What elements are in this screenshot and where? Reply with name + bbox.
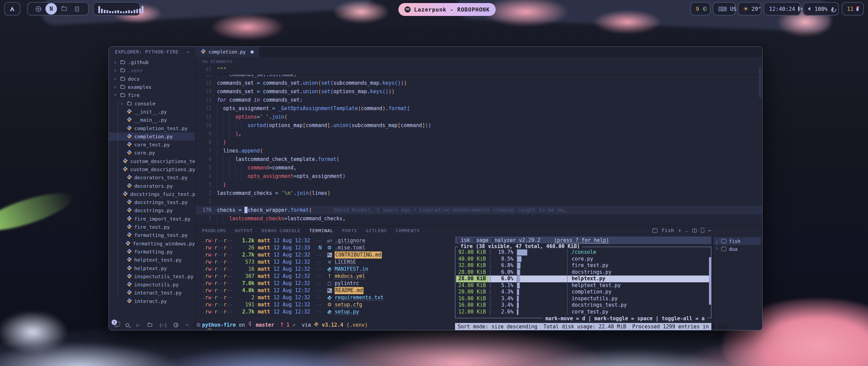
- file-name-link[interactable]: pylintrc: [335, 280, 359, 287]
- weather-widget[interactable]: ☀ 29°: [738, 2, 762, 16]
- sidebar-item--venv[interactable]: ›.venv: [109, 66, 195, 75]
- tab-completion-py[interactable]: completion.py: [195, 47, 259, 57]
- dua-row-core-py[interactable]: 40.00 KiB|8.5%core.py: [456, 256, 710, 263]
- sidebar-item-core-test-py[interactable]: core_test.py: [109, 141, 195, 149]
- code-line[interactable]: 12opts_assignment = _GetOptsAssignmentTe…: [195, 104, 762, 113]
- terminal-session-dua[interactable]: └dua: [714, 245, 761, 253]
- sidebar-item-decorators-test-py[interactable]: decorators_test.py: [109, 174, 195, 182]
- terminal-dua[interactable]: Disk Usage Analyzer v2.29.2 (press ? for…: [453, 235, 713, 330]
- sidebar-item-helptext-test-py[interactable]: helptext_test.py: [109, 256, 195, 264]
- sidebar-item-inspectutils-test-py[interactable]: inspectutils_test.py: [109, 272, 195, 281]
- new-terminal-button[interactable]: +: [678, 228, 682, 233]
- terminal-profile-dropdown[interactable]: ⌄: [686, 228, 688, 233]
- file-name-link[interactable]: MANIFEST.in: [335, 266, 368, 273]
- code-line[interactable]: 6lastcommand_check_template.format(: [195, 155, 762, 164]
- terminal-fish[interactable]: .rw-r--r--1.2kmatt12 Aug 12:32--git.giti…: [195, 235, 453, 330]
- code-line[interactable]: 7lines.append(: [195, 147, 762, 155]
- code-line[interactable]: 1: [195, 198, 762, 206]
- file-name-link[interactable]: CONTRIBUTING.md: [335, 251, 382, 259]
- extensions-button[interactable]: {⋯}: [160, 322, 166, 328]
- dua-row-completion-py[interactable]: 20.00 KiB|4.3%completion.py: [456, 289, 710, 296]
- code-line[interactable]: 8): [195, 138, 762, 147]
- split-terminal-button[interactable]: [692, 229, 697, 232]
- music-widget[interactable]: Lazerpunk - ROBOPHONK: [398, 3, 496, 16]
- run-debug-button[interactable]: ▷: [137, 322, 140, 328]
- settings-button[interactable]: ⚙: [196, 322, 201, 328]
- panel-more-button[interactable]: ⋯: [708, 228, 711, 233]
- sidebar-item--github[interactable]: ›.github: [109, 58, 195, 66]
- launcher-button[interactable]: [4, 2, 20, 16]
- sidebar-item-docstrings-py[interactable]: docstrings.py: [109, 206, 195, 215]
- panel-tab-terminal[interactable]: TERMINAL: [309, 228, 333, 233]
- explorer-more-button[interactable]: ⋯: [187, 49, 190, 55]
- workspace-files[interactable]: [58, 3, 70, 15]
- updates-widget[interactable]: 9 ©: [690, 2, 711, 16]
- explorer-view-button[interactable]: 1: [114, 322, 118, 328]
- kill-terminal-button[interactable]: [701, 229, 704, 233]
- file-name-link[interactable]: setup.cfg: [335, 301, 362, 308]
- dua-row-docstrings-test-py[interactable]: 16.00 KiB|3.4%docstrings_test.py: [456, 302, 710, 309]
- terminal-session-fish[interactable]: ┌fish: [714, 237, 761, 245]
- code-line[interactable]: 14commands_set = commands_set.union(set(…: [195, 87, 762, 96]
- file-name-link[interactable]: LICENSE: [335, 259, 356, 266]
- sidebar-item-helptext-py[interactable]: helptext.py: [109, 264, 195, 272]
- notifications-widget[interactable]: 11: [842, 2, 864, 16]
- search-view-button[interactable]: [125, 322, 129, 328]
- code-line[interactable]: 11options=' '.join(: [195, 113, 762, 121]
- dua-row--console[interactable]: 92.00 KiB|19.7%/console: [456, 249, 710, 256]
- prompt-input-line[interactable]: ›: [202, 329, 453, 330]
- modified-dot-icon[interactable]: [251, 50, 254, 54]
- file-name-link[interactable]: README.md: [335, 287, 363, 294]
- code-line[interactable]: 13for command in commands_set:: [195, 96, 762, 104]
- sidebar-item-core-py[interactable]: core.py: [109, 149, 195, 157]
- dua-scrollbar[interactable]: [709, 257, 711, 305]
- code-line[interactable]: 15commands_set = commands_set.union(set(…: [195, 79, 762, 87]
- code-line[interactable]: 16commands_set.add(name): [195, 75, 762, 79]
- file-name-link[interactable]: requirements.txt: [335, 294, 384, 301]
- sidebar-item-completion-py[interactable]: completion.py: [109, 133, 195, 141]
- sidebar-item-docstrings-test-py[interactable]: docstrings_test.py: [109, 198, 195, 206]
- code-editor[interactable]: 47"""16commands_set.add(name)15commands_…: [195, 66, 762, 225]
- code-line[interactable]: 4opts_assignment=opts_assignment): [195, 172, 762, 181]
- panel-tab-comments[interactable]: COMMENTS: [396, 228, 420, 233]
- sidebar-item-formatting-py[interactable]: formatting.py: [109, 248, 195, 256]
- code-line[interactable]: 3): [195, 181, 762, 189]
- panel-tab-debug-console[interactable]: DEBUG CONSOLE: [262, 228, 301, 233]
- file-name-link[interactable]: mkdocs.yml: [335, 273, 365, 280]
- code-line[interactable]: 5command=command,: [195, 164, 762, 172]
- file-name-link[interactable]: setup.py: [335, 308, 359, 316]
- code-line[interactable]: 10sorted(options_map[command].union(subc…: [195, 121, 762, 130]
- sidebar-item-custom-descriptions-test-[interactable]: custom_descriptions_test.…: [109, 157, 195, 165]
- workspace-active-n[interactable]: N: [45, 3, 57, 15]
- sidebar-item-examples[interactable]: ›examples: [109, 83, 195, 91]
- clock-widget[interactable]: 12:40:24: [764, 2, 801, 16]
- dua-row-inspectutils-py[interactable]: 16.00 KiB|3.4%inspectutils.py: [456, 296, 710, 302]
- sidebar-item-completion-test-py[interactable]: completion_test.py: [109, 124, 195, 132]
- code-line[interactable]: 1lastcommand_checks=lastcommand_checks,: [195, 215, 762, 223]
- sidebar-item-custom-descriptions-py[interactable]: custom_descriptions.py: [109, 165, 195, 174]
- sidebar-item-console[interactable]: ›console: [109, 99, 195, 107]
- file-name-link[interactable]: .gitignore: [335, 237, 365, 244]
- sidebar-item-fire-import-test-py[interactable]: fire_import_test.py: [109, 215, 195, 223]
- sidebar-item-formatting-test-py[interactable]: formatting_test.py: [109, 231, 195, 239]
- editor-scrollbar[interactable]: [759, 67, 762, 98]
- volume-widget[interactable]: 100%: [803, 2, 839, 16]
- dua-row-helptext-py[interactable]: 28.00 KiB|6.0%helptext.py: [456, 276, 710, 282]
- sidebar-item-interact-py[interactable]: interact.py: [109, 297, 195, 305]
- dua-row-docstrings-py[interactable]: 28.00 KiB|6.0%docstrings.py: [456, 269, 710, 276]
- panel-tab-gitlens[interactable]: GITLENS: [366, 228, 387, 233]
- sidebar-item--init-py[interactable]: __init__.py: [109, 108, 195, 116]
- panel-tab-output[interactable]: OUTPUT: [235, 228, 253, 233]
- sidebar-item-interact-test-py[interactable]: interact_test.py: [109, 289, 195, 297]
- code-line[interactable]: 9),: [195, 130, 762, 138]
- keyboard-layout-widget[interactable]: ⌨ US: [713, 2, 736, 16]
- code-line[interactable]: 2lastcommand_checks = '\n'.join(lines): [195, 189, 762, 198]
- status-circle-button[interactable]: ○: [209, 322, 212, 328]
- source-control-button[interactable]: [147, 322, 153, 328]
- workspace-browser[interactable]: [33, 3, 44, 15]
- breadcrumb[interactable]: no elements: [195, 57, 762, 66]
- file-name-link[interactable]: .mise.toml: [335, 244, 365, 251]
- sidebar-item-fire-test-py[interactable]: fire_test.py: [109, 223, 195, 231]
- dua-row-fire-test-py[interactable]: 32.00 KiB|6.8%fire_test.py: [456, 262, 710, 269]
- more-views-button[interactable]: ⋯: [186, 322, 189, 328]
